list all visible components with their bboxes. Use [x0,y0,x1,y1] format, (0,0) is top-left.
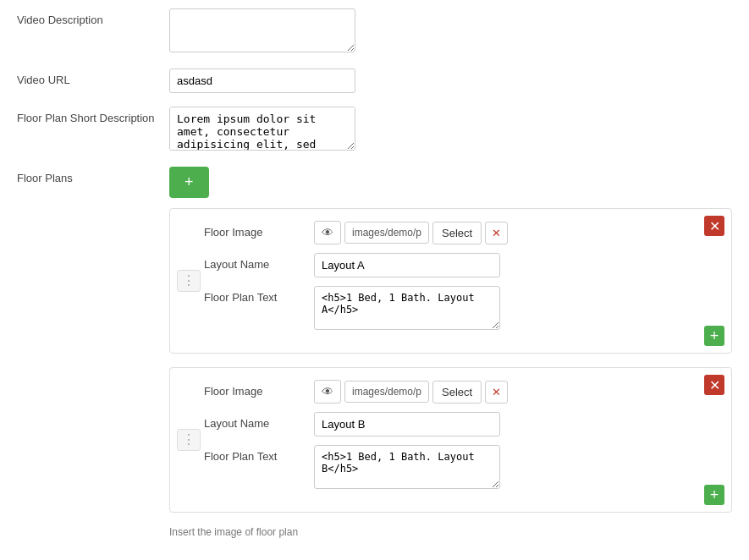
layout-name-row-1: Layout Name [204,253,718,277]
floor-plan-text-control-2: <h5>1 Bed, 1 Bath. Layout B</h5> [314,445,718,491]
floor-plan-card-1: ⋮ ✕ Floor Image 👁 images/demo/p Select ✕… [169,208,732,354]
floor-plan-text-textarea-1[interactable]: <h5>1 Bed, 1 Bath. Layout A</h5> [314,286,500,330]
floor-image-select-button-1[interactable]: Select [432,222,482,244]
layout-name-control-1 [314,253,718,277]
floor-plans-row: Floor Plans + ⋮ ✕ Floor Image 👁 images/d… [17,167,732,538]
floor-plan-text-control-1: <h5>1 Bed, 1 Bath. Layout A</h5> [314,286,718,332]
floor-plan-text-textarea-2[interactable]: <h5>1 Bed, 1 Bath. Layout B</h5> [314,445,500,489]
add-after-floor-plan-button-2[interactable]: + [704,485,724,505]
floor-image-clear-button-2[interactable]: ✕ [485,381,508,404]
floor-image-select-button-2[interactable]: Select [432,381,482,404]
floor-plan-short-desc-textarea[interactable] [169,107,355,151]
floor-plans-label: Floor Plans [17,167,169,184]
floor-plan-short-desc-row: Floor Plan Short Description [17,107,732,153]
floor-image-label-2: Floor Image [204,380,314,398]
video-description-textarea[interactable] [169,8,355,52]
delete-floor-plan-button-2[interactable]: ✕ [704,375,724,395]
drag-handle-2[interactable]: ⋮ [177,429,201,451]
video-url-control [169,69,732,93]
floor-plans-control: + ⋮ ✕ Floor Image 👁 images/demo/p Select… [169,167,732,538]
delete-floor-plan-button-1[interactable]: ✕ [704,216,724,236]
layout-name-input-1[interactable] [314,253,500,277]
floor-plan-text-row-1: Floor Plan Text <h5>1 Bed, 1 Bath. Layou… [204,286,718,332]
floor-plan-footer-hint: Insert the image of floor plan [169,526,732,538]
floor-image-path-1: images/demo/p [344,222,429,244]
floor-image-control-1: 👁 images/demo/p Select ✕ [314,221,718,244]
add-floor-plan-button[interactable]: + [169,167,209,198]
video-description-control [169,8,732,55]
floor-plan-text-row-2: Floor Plan Text <h5>1 Bed, 1 Bath. Layou… [204,445,718,491]
video-description-label: Video Description [17,8,169,26]
floor-plan-text-label-2: Floor Plan Text [204,445,314,463]
floor-plan-card-2: ⋮ ✕ Floor Image 👁 images/demo/p Select ✕… [169,367,732,513]
layout-name-row-2: Layout Name [204,412,718,436]
floor-image-control-2: 👁 images/demo/p Select ✕ [314,380,718,404]
video-url-row: Video URL [17,69,732,93]
video-description-row: Video Description [17,8,732,55]
floor-image-path-2: images/demo/p [344,381,429,403]
video-url-label: Video URL [17,69,169,86]
layout-name-label-2: Layout Name [204,412,314,430]
floor-image-row-2: Floor Image 👁 images/demo/p Select ✕ [204,380,718,404]
floor-image-preview-button-1[interactable]: 👁 [314,221,341,244]
layout-name-control-2 [314,412,718,436]
video-url-input[interactable] [169,69,355,93]
floor-plan-short-desc-label: Floor Plan Short Description [17,107,169,124]
floor-image-row-1: Floor Image 👁 images/demo/p Select ✕ [204,221,718,244]
drag-handle-1[interactable]: ⋮ [177,270,201,292]
floor-image-label-1: Floor Image [204,221,314,239]
floor-plan-text-label-1: Floor Plan Text [204,286,314,304]
floor-plan-short-desc-control [169,107,732,153]
add-after-floor-plan-button-1[interactable]: + [704,326,724,346]
floor-image-preview-button-2[interactable]: 👁 [314,380,341,404]
layout-name-input-2[interactable] [314,412,500,436]
floor-image-clear-button-1[interactable]: ✕ [485,222,508,244]
layout-name-label-1: Layout Name [204,253,314,271]
